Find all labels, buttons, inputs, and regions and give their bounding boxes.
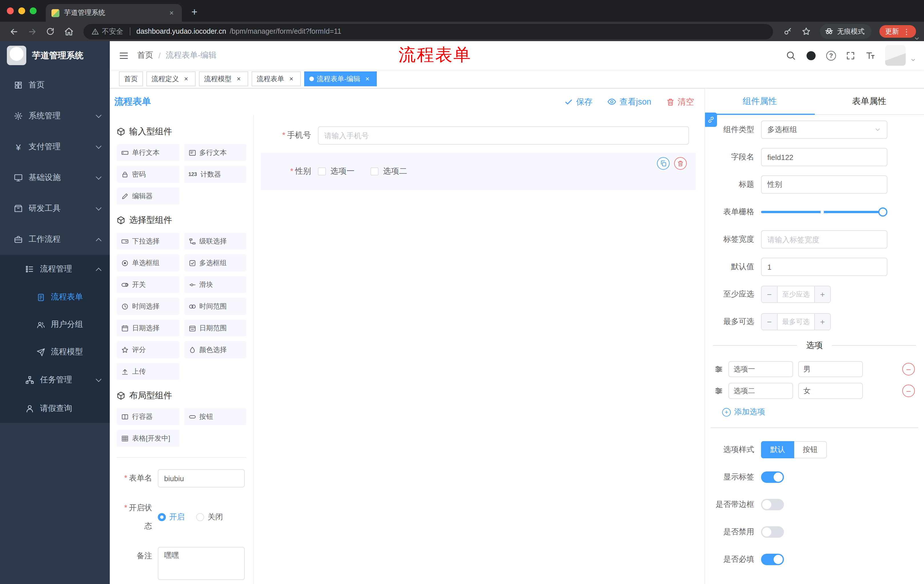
view-json-button[interactable]: 查看json: [607, 96, 651, 107]
decrement-button[interactable]: −: [762, 314, 778, 330]
update-chrome-button[interactable]: 更新 ⋮: [879, 25, 916, 38]
palette-item-color-picker[interactable]: 颜色选择: [184, 341, 246, 358]
palette-item-table[interactable]: 表格[开发中]: [117, 430, 179, 447]
label-width-input[interactable]: [761, 230, 888, 248]
remark-textarea[interactable]: 嘿嘿: [158, 547, 245, 580]
min-select-input[interactable]: [778, 286, 814, 302]
palette-item-checkbox-group[interactable]: 多选框组: [184, 254, 246, 271]
palette-item-cascader[interactable]: 级联选择: [184, 233, 246, 250]
save-button[interactable]: 保存: [564, 96, 592, 107]
palette-item-radio-group[interactable]: 单选框组: [117, 254, 179, 271]
tag-close-icon[interactable]: ×: [363, 74, 372, 83]
toolbar-chevron-down-icon[interactable]: [914, 35, 920, 42]
new-tab-button[interactable]: +: [186, 4, 202, 20]
checkbox-box[interactable]: [318, 168, 326, 175]
form-name-input[interactable]: [158, 469, 245, 487]
field-phone[interactable]: *手机号: [261, 126, 696, 145]
option-style-default[interactable]: 默认: [761, 441, 794, 458]
window-close-button[interactable]: [7, 7, 14, 14]
sidebar-item-user-groups[interactable]: 用户分组: [0, 311, 110, 338]
remove-option-button[interactable]: −: [902, 363, 915, 375]
palette-item-upload[interactable]: 上传: [117, 363, 179, 380]
browser-menu-icon[interactable]: ⋮: [903, 28, 910, 35]
tag-process-definition[interactable]: 流程定义 ×: [146, 71, 196, 86]
radio-open[interactable]: 开启: [158, 512, 185, 522]
help-icon[interactable]: ?: [826, 51, 836, 60]
title-input[interactable]: [761, 175, 888, 194]
checkbox-option-1[interactable]: 选项一: [318, 166, 355, 176]
remove-option-button[interactable]: −: [902, 385, 915, 397]
fullscreen-icon[interactable]: [846, 51, 855, 60]
palette-item-time-range[interactable]: 时间范围: [184, 298, 246, 315]
drag-handle-icon[interactable]: [714, 365, 723, 374]
palette-item-button[interactable]: 按钮: [184, 408, 246, 425]
required-toggle[interactable]: [761, 554, 784, 565]
delete-field-button[interactable]: [674, 157, 687, 170]
increment-button[interactable]: +: [814, 286, 830, 302]
tag-home[interactable]: 首页: [119, 71, 143, 86]
search-icon[interactable]: [785, 50, 796, 61]
bookmark-star-icon[interactable]: [798, 23, 814, 39]
tag-close-icon[interactable]: ×: [287, 74, 295, 83]
window-minimize-button[interactable]: [18, 7, 25, 14]
option-value-input[interactable]: [798, 383, 863, 399]
sidebar-item-system-management[interactable]: 系统管理: [0, 100, 110, 132]
field-name-input[interactable]: [761, 148, 888, 166]
tag-close-icon[interactable]: ×: [234, 74, 243, 83]
option-name-input[interactable]: [728, 383, 793, 399]
sidebar-item-workflow[interactable]: 工作流程: [0, 224, 110, 255]
phone-input[interactable]: [318, 126, 689, 145]
palette-item-multi-line-text[interactable]: 多行文本: [184, 144, 246, 161]
increment-button[interactable]: +: [814, 314, 830, 330]
link-badge[interactable]: [705, 113, 717, 127]
avatar-chevron-down-icon[interactable]: [910, 57, 916, 63]
disabled-toggle[interactable]: [761, 526, 784, 538]
palette-item-row-container[interactable]: 行容器: [117, 408, 179, 425]
slider-handle[interactable]: [878, 207, 888, 217]
form-canvas[interactable]: *手机号 *性别 选项一: [254, 115, 705, 584]
checkbox-box[interactable]: [371, 168, 378, 175]
home-button[interactable]: [61, 23, 77, 39]
copy-field-button[interactable]: [657, 157, 670, 170]
max-select-input[interactable]: [778, 314, 814, 330]
option-name-input[interactable]: [728, 361, 793, 377]
tag-close-icon[interactable]: ×: [182, 74, 190, 83]
palette-item-rate[interactable]: 评分: [117, 341, 179, 358]
reload-button[interactable]: [42, 23, 58, 39]
palette-item-slider[interactable]: 滑块: [184, 276, 246, 293]
show-label-toggle[interactable]: [761, 471, 784, 483]
option-value-input[interactable]: [798, 361, 863, 377]
font-size-icon[interactable]: [865, 50, 875, 61]
palette-item-time-picker[interactable]: 时间选择: [117, 298, 179, 315]
palette-item-date-picker[interactable]: 日期选择: [117, 319, 179, 337]
add-option-button[interactable]: + 添加选项: [705, 407, 924, 417]
breadcrumb-home[interactable]: 首页: [137, 50, 153, 61]
palette-item-select[interactable]: 下拉选择: [117, 233, 179, 250]
browser-tab[interactable]: 芋道管理系统 ×: [46, 4, 182, 22]
address-bar[interactable]: 不安全 dashboard.yudao.iocoder.cn /bpm/mana…: [84, 24, 773, 39]
radio-closed[interactable]: 关闭: [196, 512, 223, 522]
avatar[interactable]: [885, 45, 906, 66]
palette-item-date-range[interactable]: 日期范围: [184, 319, 246, 337]
tab-close-icon[interactable]: ×: [167, 8, 176, 17]
palette-item-counter[interactable]: 123计数器: [184, 166, 246, 183]
default-value-input[interactable]: [761, 258, 888, 276]
window-zoom-button[interactable]: [30, 7, 36, 14]
tab-component-props[interactable]: 组件属性: [705, 89, 815, 114]
sidebar-item-payment-management[interactable]: ¥ 支付管理: [0, 132, 110, 162]
component-type-select[interactable]: 多选框组: [761, 120, 888, 139]
tag-process-form[interactable]: 流程表单 ×: [252, 71, 301, 86]
palette-item-single-line-text[interactable]: 单行文本: [117, 144, 179, 161]
border-toggle[interactable]: [761, 499, 784, 510]
checkbox-option-2[interactable]: 选项二: [371, 166, 407, 176]
app-logo[interactable]: 芋道管理系统: [0, 41, 110, 70]
back-button[interactable]: [6, 23, 22, 39]
option-style-button[interactable]: 按钮: [794, 441, 827, 458]
tag-process-form-edit[interactable]: 流程表单-编辑 ×: [304, 71, 377, 86]
palette-item-password[interactable]: 密码: [117, 166, 179, 183]
sidebar-item-home[interactable]: 首页: [0, 70, 110, 100]
palette-item-editor[interactable]: 编辑器: [117, 188, 179, 204]
sidebar-item-process-model[interactable]: 流程模型: [0, 338, 110, 366]
sidebar-item-process-form[interactable]: 流程表单: [0, 283, 110, 311]
sidebar-item-process-management[interactable]: 流程管理: [0, 255, 110, 283]
